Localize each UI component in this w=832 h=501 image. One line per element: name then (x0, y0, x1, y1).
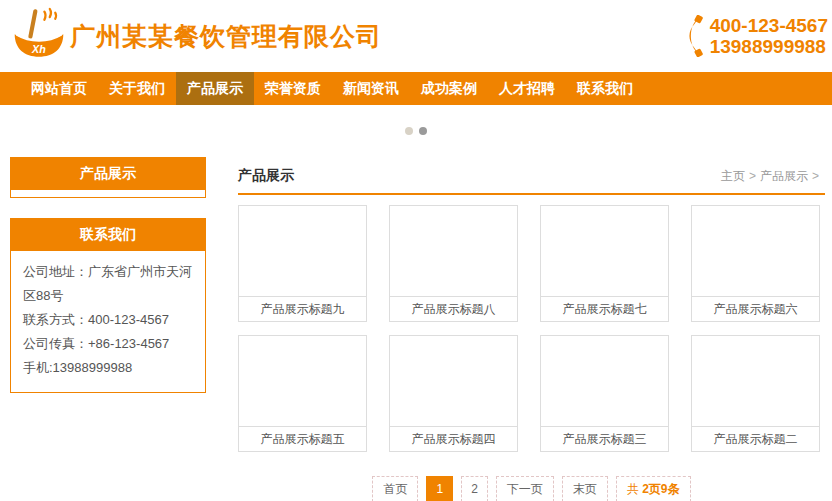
nav-item-contact[interactable]: 联系我们 (566, 72, 644, 105)
logo-text: Xh (31, 43, 46, 55)
carousel-dot-2-active[interactable] (419, 127, 427, 135)
pagination-first-button[interactable]: 首页 (372, 476, 418, 501)
sidebar-contact-info: 公司地址：广东省广州市天河区88号 联系方式：400-123-4567 公司传真… (10, 251, 206, 393)
product-card[interactable]: 产品展示标题八 (389, 205, 518, 322)
product-image-placeholder (239, 336, 366, 426)
carousel-banner (0, 105, 832, 157)
product-image-placeholder (239, 206, 366, 296)
site-header: Xh 广州某某餐饮管理有限公司 400-123-4567 13988999988 (0, 0, 832, 72)
product-card[interactable]: 产品展示标题七 (540, 205, 669, 322)
product-card[interactable]: 产品展示标题六 (691, 205, 820, 322)
nav-item-news[interactable]: 新闻资讯 (332, 72, 410, 105)
pagination: 首页 1 2 下一页 末页 共 2页9条 (238, 476, 825, 501)
main-nav: 网站首页 关于我们 产品展示 荣誉资质 新闻资讯 成功案例 人才招聘 联系我们 (0, 72, 832, 105)
page-title: 产品展示 (238, 167, 294, 185)
breadcrumb-separator: > (749, 169, 756, 183)
product-image-placeholder (390, 336, 517, 426)
main-header: 产品展示 主页>产品展示> (238, 157, 825, 195)
nav-item-cases[interactable]: 成功案例 (410, 72, 488, 105)
contact-address: 公司地址：广东省广州市天河区88号 (23, 260, 193, 308)
pagination-page-1-active[interactable]: 1 (426, 476, 453, 501)
product-title[interactable]: 产品展示标题四 (390, 426, 517, 451)
product-title[interactable]: 产品展示标题七 (541, 296, 668, 321)
sidebar-contact-box-title: 联系我们 (10, 218, 206, 251)
main-content: 产品展示 主页>产品展示> 产品展示标题九 产品展示标题八 产品展示标题七 产品… (238, 157, 825, 501)
nav-item-about[interactable]: 关于我们 (98, 72, 176, 105)
nav-item-jobs[interactable]: 人才招聘 (488, 72, 566, 105)
product-card[interactable]: 产品展示标题三 (540, 335, 669, 452)
phone-number-1: 400-123-4567 (710, 15, 828, 36)
bowl-logo-icon: Xh (12, 7, 66, 65)
product-title[interactable]: 产品展示标题五 (239, 426, 366, 451)
product-title[interactable]: 产品展示标题三 (541, 426, 668, 451)
breadcrumb: 主页>产品展示> (721, 168, 823, 185)
product-image-placeholder (692, 336, 819, 426)
product-image-placeholder (541, 206, 668, 296)
product-card[interactable]: 产品展示标题四 (389, 335, 518, 452)
sidebar: 产品展示 联系我们 公司地址：广东省广州市天河区88号 联系方式：400-123… (10, 157, 206, 501)
company-name: 广州某某餐饮管理有限公司 (70, 20, 382, 53)
product-title[interactable]: 产品展示标题九 (239, 296, 366, 321)
sidebar-product-box: 产品展示 (10, 157, 206, 198)
pagination-next-button[interactable]: 下一页 (496, 476, 554, 501)
logo[interactable]: Xh 广州某某餐饮管理有限公司 (12, 7, 382, 65)
product-card[interactable]: 产品展示标题二 (691, 335, 820, 452)
page-container: 产品展示 联系我们 公司地址：广东省广州市天河区88号 联系方式：400-123… (10, 157, 825, 501)
breadcrumb-separator-2: > (812, 169, 819, 183)
contact-fax: 公司传真：+86-123-4567 (23, 332, 193, 356)
contact-mobile: 手机:13988999988 (23, 356, 193, 380)
breadcrumb-home-link[interactable]: 主页 (721, 169, 745, 183)
pagination-last-button[interactable]: 末页 (562, 476, 608, 501)
pagination-total-count: 2页9条 (642, 482, 679, 496)
sidebar-contact-box: 联系我们 公司地址：广东省广州市天河区88号 联系方式：400-123-4567… (10, 218, 206, 393)
product-card[interactable]: 产品展示标题九 (238, 205, 367, 322)
header-phone-block: 400-123-4567 13988999988 (684, 15, 830, 57)
phone-icon (684, 15, 704, 57)
product-image-placeholder (692, 206, 819, 296)
contact-phone: 联系方式：400-123-4567 (23, 308, 193, 332)
product-image-placeholder (541, 336, 668, 426)
pagination-total-prefix: 共 (627, 482, 642, 496)
product-card[interactable]: 产品展示标题五 (238, 335, 367, 452)
product-image-placeholder (390, 206, 517, 296)
product-title[interactable]: 产品展示标题六 (692, 296, 819, 321)
carousel-dot-1[interactable] (405, 127, 413, 135)
sidebar-product-box-body (10, 190, 206, 198)
product-title[interactable]: 产品展示标题二 (692, 426, 819, 451)
sidebar-product-box-title: 产品展示 (10, 157, 206, 190)
nav-item-honors[interactable]: 荣誉资质 (254, 72, 332, 105)
product-grid: 产品展示标题九 产品展示标题八 产品展示标题七 产品展示标题六 产品展示标题五 … (238, 205, 825, 452)
phone-number-2: 13988999988 (710, 36, 828, 57)
breadcrumb-current-link[interactable]: 产品展示 (760, 169, 808, 183)
product-title[interactable]: 产品展示标题八 (390, 296, 517, 321)
nav-item-products[interactable]: 产品展示 (176, 72, 254, 105)
nav-item-home[interactable]: 网站首页 (20, 72, 98, 105)
pagination-total-info: 共 2页9条 (616, 476, 691, 501)
phone-numbers: 400-123-4567 13988999988 (710, 15, 828, 57)
pagination-page-2[interactable]: 2 (461, 476, 488, 501)
